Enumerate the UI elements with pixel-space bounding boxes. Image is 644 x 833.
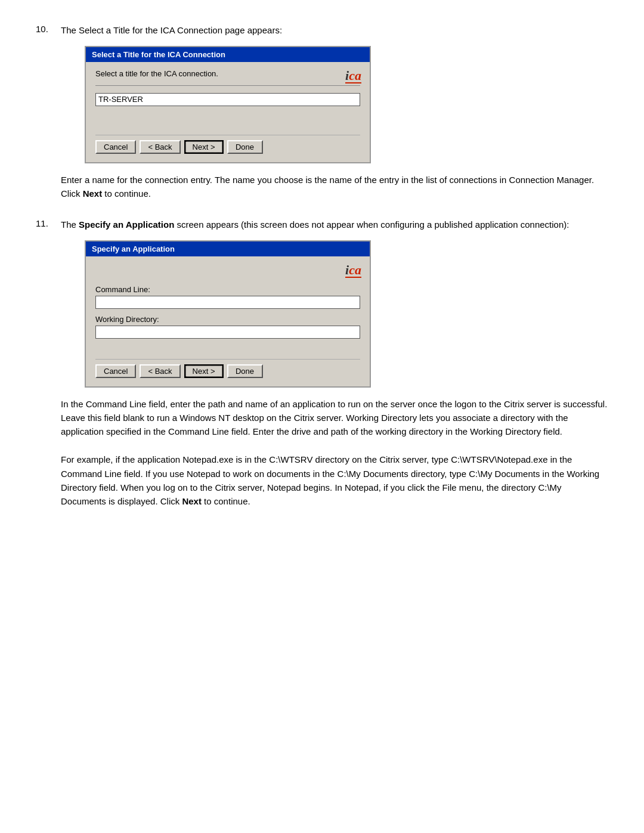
- ica-logo-text-1: ica: [345, 68, 361, 83]
- command-line-row: Command Line:: [95, 285, 360, 309]
- step-11-body-text-1: In the Command Line field, enter the pat…: [61, 397, 608, 439]
- step-11-intro: The Specify an Application screen appear…: [61, 218, 608, 232]
- back-button-1[interactable]: < Back: [140, 140, 180, 154]
- dialog-body-1: Select a title for the ICA connection. i…: [86, 62, 370, 162]
- step-10-number: 10.: [36, 24, 61, 215]
- step-10-body-bold: Next: [83, 188, 103, 199]
- step-10-row: 10. The Select a Title for the ICA Conne…: [36, 24, 608, 215]
- dialog-title-bar-2: Specify an Application: [86, 241, 370, 256]
- dialog-footer-2: Cancel < Back Next > Done: [95, 359, 360, 378]
- dialog-specify-app: Specify an Application ica Command Line:…: [85, 240, 371, 388]
- step-11-body-2-end: to continue.: [202, 496, 250, 506]
- step-11-intro-bold: Specify an Application: [79, 219, 174, 230]
- dialog-body-2: ica Command Line: Working Directory: Can…: [86, 256, 370, 386]
- done-button-1[interactable]: Done: [227, 140, 263, 154]
- dialog-separator-1: [95, 85, 360, 86]
- cancel-button-2[interactable]: Cancel: [95, 364, 136, 378]
- working-dir-input[interactable]: [95, 326, 360, 339]
- step-10-body-text: Enter a name for the connection entry. T…: [61, 173, 608, 201]
- step-number-10: 10.: [36, 24, 48, 34]
- step-10-intro: The Select a Title for the ICA Connectio…: [61, 24, 608, 38]
- step-11-body-2-pre: For example, if the application Notepad.…: [61, 454, 599, 506]
- working-dir-label: Working Directory:: [95, 315, 360, 324]
- dialog-value-container-1: [95, 93, 360, 106]
- dialog-bottom-spacer-2: [95, 345, 360, 354]
- ica-logo-2: ica: [345, 262, 361, 278]
- dialog-description-1: Select a title for the ICA connection.: [95, 69, 360, 78]
- step-10-body-end: to continue.: [102, 188, 151, 199]
- command-line-input[interactable]: [95, 296, 360, 309]
- dialog-top-spacer-2: [95, 264, 360, 285]
- step-11-number: 11.: [36, 218, 61, 522]
- done-button-2[interactable]: Done: [227, 364, 263, 378]
- cancel-button-1[interactable]: Cancel: [95, 140, 136, 154]
- dialog-footer-1: Cancel < Back Next > Done: [95, 135, 360, 154]
- next-button-1[interactable]: Next >: [184, 140, 224, 154]
- ica-logo-text-2: ica: [345, 262, 361, 278]
- step-11-body-2-bold: Next: [182, 496, 202, 506]
- dialog-title-text-2: Specify an Application: [92, 244, 175, 253]
- dialog-title-bar-1: Select a Title for the ICA Connection: [86, 47, 370, 62]
- working-dir-row: Working Directory:: [95, 315, 360, 339]
- next-button-2[interactable]: Next >: [184, 364, 224, 378]
- dialog-title-text-1: Select a Title for the ICA Connection: [92, 50, 225, 59]
- dialog-select-title: Select a Title for the ICA Connection Se…: [85, 46, 371, 163]
- title-input[interactable]: [95, 93, 360, 106]
- command-line-label: Command Line:: [95, 285, 360, 294]
- step-number-11: 11.: [36, 218, 48, 228]
- step-11-intro-rest: screen appears (this screen does not app…: [174, 219, 569, 230]
- step-11-content: The Specify an Application screen appear…: [61, 218, 608, 522]
- ica-logo-1: ica: [345, 68, 361, 83]
- back-button-2[interactable]: < Back: [140, 364, 180, 378]
- step-11-row: 11. The Specify an Application screen ap…: [36, 218, 608, 522]
- dialog-spacer-1: [95, 106, 360, 130]
- step-10-content: The Select a Title for the ICA Connectio…: [61, 24, 608, 215]
- step-11-body-text-2: For example, if the application Notepad.…: [61, 453, 608, 508]
